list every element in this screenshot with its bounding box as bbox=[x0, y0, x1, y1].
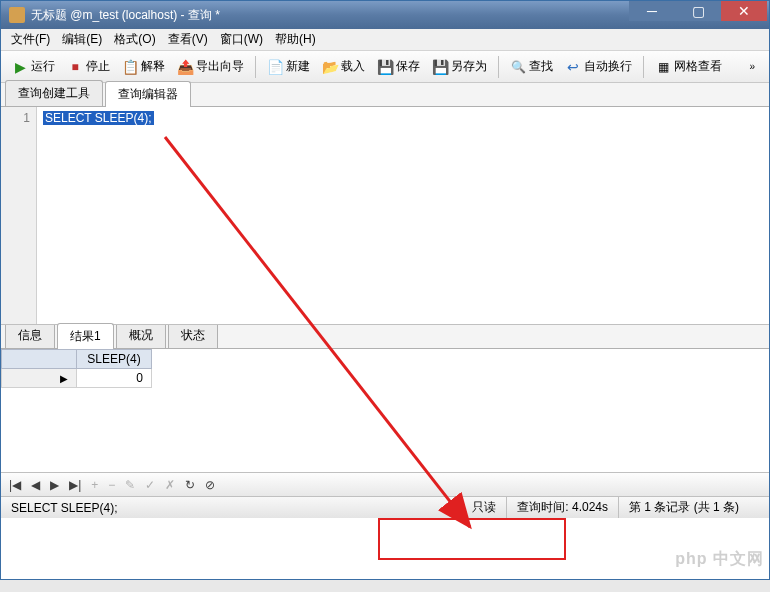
watermark: php 中文网 bbox=[675, 549, 764, 570]
gridview-button[interactable]: ▦网格查看 bbox=[650, 55, 727, 78]
tab-result1[interactable]: 结果1 bbox=[57, 323, 114, 349]
menu-window[interactable]: 窗口(W) bbox=[214, 29, 269, 50]
nav-last[interactable]: ▶| bbox=[67, 478, 83, 492]
result-tabs: 信息 结果1 概况 状态 bbox=[1, 325, 769, 349]
wrap-icon: ↩ bbox=[565, 59, 581, 75]
row-marker: ▶ bbox=[2, 369, 77, 388]
status-records: 第 1 条记录 (共 1 条) bbox=[619, 497, 769, 518]
status-querytime: 查询时间: 4.024s bbox=[507, 497, 619, 518]
selected-code: SELECT SLEEP(4); bbox=[43, 111, 154, 125]
wordwrap-button[interactable]: ↩自动换行 bbox=[560, 55, 637, 78]
grid-navbar: |◀ ◀ ▶ ▶| + − ✎ ✓ ✗ ↻ ⊘ bbox=[1, 472, 769, 496]
menu-file[interactable]: 文件(F) bbox=[5, 29, 56, 50]
menubar: 文件(F) 编辑(E) 格式(O) 查看(V) 窗口(W) 帮助(H) bbox=[1, 29, 769, 51]
column-header[interactable]: SLEEP(4) bbox=[77, 350, 152, 369]
new-button[interactable]: 📄新建 bbox=[262, 55, 315, 78]
code-content[interactable]: SELECT SLEEP(4); bbox=[37, 107, 769, 324]
saveas-button[interactable]: 💾另存为 bbox=[427, 55, 492, 78]
toolbar: ▶运行 ■停止 📋解释 📤导出向导 📄新建 📂载入 💾保存 💾另存为 🔍查找 ↩… bbox=[1, 51, 769, 83]
nav-stop[interactable]: ⊘ bbox=[203, 478, 217, 492]
menu-view[interactable]: 查看(V) bbox=[162, 29, 214, 50]
explain-icon: 📋 bbox=[122, 59, 138, 75]
new-icon: 📄 bbox=[267, 59, 283, 75]
saveas-icon: 💾 bbox=[432, 59, 448, 75]
nav-apply[interactable]: ✓ bbox=[143, 478, 157, 492]
app-icon bbox=[9, 7, 25, 23]
separator bbox=[255, 56, 256, 78]
line-gutter: 1 bbox=[1, 107, 37, 324]
find-button[interactable]: 🔍查找 bbox=[505, 55, 558, 78]
minimize-button[interactable]: ─ bbox=[629, 1, 675, 21]
separator bbox=[643, 56, 644, 78]
nav-next[interactable]: ▶ bbox=[48, 478, 61, 492]
statusbar: SELECT SLEEP(4); 只读 查询时间: 4.024s 第 1 条记录… bbox=[1, 496, 769, 518]
run-button[interactable]: ▶运行 bbox=[7, 55, 60, 78]
tab-query-editor[interactable]: 查询编辑器 bbox=[105, 81, 191, 107]
grid-icon: ▦ bbox=[655, 59, 671, 75]
nav-cancel[interactable]: ✗ bbox=[163, 478, 177, 492]
tab-profile[interactable]: 概况 bbox=[116, 322, 166, 348]
nav-first[interactable]: |◀ bbox=[7, 478, 23, 492]
status-query: SELECT SLEEP(4); bbox=[1, 497, 462, 518]
nav-prev[interactable]: ◀ bbox=[29, 478, 42, 492]
editor-tabs: 查询创建工具 查询编辑器 bbox=[1, 83, 769, 107]
export-button[interactable]: 📤导出向导 bbox=[172, 55, 249, 78]
menu-edit[interactable]: 编辑(E) bbox=[56, 29, 108, 50]
nav-delete[interactable]: − bbox=[106, 478, 117, 492]
play-icon: ▶ bbox=[12, 59, 28, 75]
stop-icon: ■ bbox=[67, 59, 83, 75]
separator bbox=[498, 56, 499, 78]
search-icon: 🔍 bbox=[510, 59, 526, 75]
window-controls: ─ ▢ ✕ bbox=[629, 1, 767, 21]
menu-help[interactable]: 帮助(H) bbox=[269, 29, 322, 50]
titlebar: 无标题 @m_test (localhost) - 查询 * ─ ▢ ✕ bbox=[1, 1, 769, 29]
corner-cell bbox=[2, 350, 77, 369]
result-area: SLEEP(4) ▶0 |◀ ◀ ▶ ▶| + − ✎ ✓ ✗ ↻ ⊘ bbox=[1, 349, 769, 496]
menu-format[interactable]: 格式(O) bbox=[108, 29, 161, 50]
close-button[interactable]: ✕ bbox=[721, 1, 767, 21]
export-icon: 📤 bbox=[177, 59, 193, 75]
explain-button[interactable]: 📋解释 bbox=[117, 55, 170, 78]
tab-status[interactable]: 状态 bbox=[168, 322, 218, 348]
result-grid[interactable]: SLEEP(4) ▶0 bbox=[1, 349, 769, 472]
maximize-button[interactable]: ▢ bbox=[675, 1, 721, 21]
status-readonly: 只读 bbox=[462, 497, 507, 518]
tab-info[interactable]: 信息 bbox=[5, 322, 55, 348]
nav-refresh[interactable]: ↻ bbox=[183, 478, 197, 492]
cell-value[interactable]: 0 bbox=[77, 369, 152, 388]
tab-query-builder[interactable]: 查询创建工具 bbox=[5, 80, 103, 106]
nav-edit[interactable]: ✎ bbox=[123, 478, 137, 492]
load-icon: 📂 bbox=[322, 59, 338, 75]
stop-button[interactable]: ■停止 bbox=[62, 55, 115, 78]
nav-add[interactable]: + bbox=[89, 478, 100, 492]
save-button[interactable]: 💾保存 bbox=[372, 55, 425, 78]
toolbar-overflow[interactable]: » bbox=[741, 61, 763, 72]
save-icon: 💾 bbox=[377, 59, 393, 75]
load-button[interactable]: 📂载入 bbox=[317, 55, 370, 78]
code-editor[interactable]: 1 SELECT SLEEP(4); bbox=[1, 107, 769, 325]
